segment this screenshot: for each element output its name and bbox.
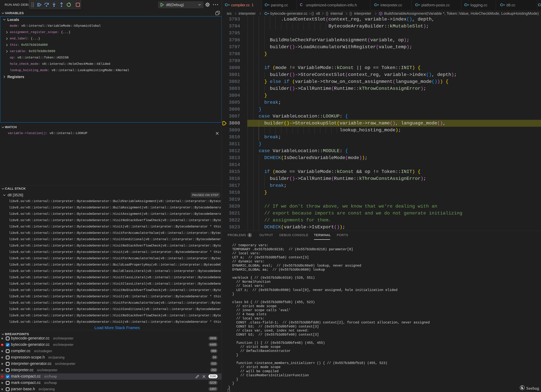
svg-text:C: C bbox=[500, 3, 503, 7]
svg-text:C: C bbox=[415, 3, 418, 7]
svg-text:C: C bbox=[265, 11, 267, 16]
svg-text:C: C bbox=[225, 3, 228, 7]
svg-text:C: C bbox=[374, 3, 377, 7]
svg-text:C: C bbox=[265, 3, 268, 7]
svg-text:C: C bbox=[538, 3, 541, 7]
svg-text:C: C bbox=[464, 3, 467, 7]
